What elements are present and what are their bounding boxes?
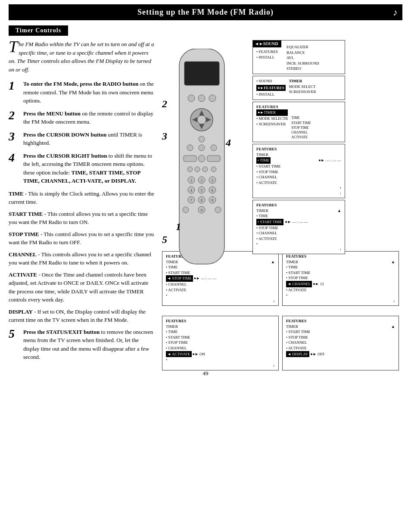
- svg-point-2: [188, 95, 195, 102]
- svg-text:3: 3: [212, 179, 213, 183]
- intro-paragraph: T he FM Radio within the TV can be set t…: [9, 40, 155, 74]
- step-2-number: 2: [9, 109, 21, 121]
- left-column: T he FM Radio within the TV can be set t…: [9, 40, 155, 361]
- def-channel: CHANNEL - This controls allows you to se…: [9, 250, 155, 267]
- svg-point-13: [199, 145, 205, 151]
- svg-point-16: [198, 155, 205, 162]
- step-label-1: 1: [176, 221, 181, 233]
- right-column: 1 2 3 4 5 6 7 8 9 0 2 3 4 1: [162, 40, 402, 361]
- bottom-menu-row-2: FEATURES TIMER • TIME • START TIME • STO…: [162, 316, 399, 370]
- step-4-number: 4: [9, 152, 21, 164]
- step-label-3: 3: [162, 131, 167, 142]
- svg-point-31: [183, 207, 189, 213]
- step-label-5: 5: [162, 234, 167, 246]
- timer-menu-display-box: FEATURES TIMER▲ • START TIME • STOP TIME…: [282, 316, 399, 370]
- svg-point-6: [197, 115, 206, 124]
- svg-text:7: 7: [190, 199, 192, 202]
- svg-point-20: [202, 167, 208, 172]
- page-number: 49: [0, 370, 411, 381]
- step-label-4: 4: [226, 137, 231, 149]
- svg-rect-17: [207, 156, 220, 162]
- svg-point-3: [198, 95, 205, 102]
- step-2-text: Press the MENU button on the remote cont…: [23, 109, 155, 126]
- svg-text:4: 4: [190, 189, 192, 193]
- def-display: DISPLAY - If set to ON, the Display cont…: [9, 308, 155, 324]
- step-1: 1 To enter the FM Mode, press the RADIO …: [9, 80, 155, 105]
- svg-text:5: 5: [201, 189, 202, 193]
- def-activate: ACTIVATE - Once the Time and channel con…: [9, 271, 155, 304]
- music-icon: ♪: [393, 7, 398, 18]
- def-starttime: START TIME - This control allows you to …: [9, 210, 155, 227]
- timer-menu-box-1: FEATURES ●►TIMER • MODE SELECTR • SCREEN…: [252, 102, 345, 143]
- svg-text:0: 0: [201, 208, 202, 212]
- svg-point-18: [187, 167, 193, 172]
- step-3-number: 3: [9, 131, 21, 143]
- step-5-text: Press the STATUS/EXIT button to remove t…: [23, 328, 155, 361]
- intro-text: he FM Radio within the TV can be set to …: [9, 41, 154, 73]
- page-wrapper: Setting up the FM Mode (FM Radio) ♪ Time…: [0, 4, 411, 381]
- svg-text:8: 8: [201, 199, 202, 202]
- sound-menu-box: ◄►SOUND • FEATURES • INSTALL EQUALIZER B…: [252, 40, 345, 74]
- svg-point-33: [215, 207, 221, 213]
- svg-point-4: [209, 95, 216, 102]
- svg-point-11: [199, 136, 205, 142]
- page-title: Setting up the FM Mode (FM Radio): [137, 8, 274, 17]
- timer-menu-channel-box: FEATURES TIMER▲ • TIME • START TIME • ST…: [282, 251, 399, 306]
- def-time: TIME - This is simply the Clock setting.…: [9, 190, 155, 206]
- step-1-number: 1: [9, 80, 21, 92]
- step-3: 3 Press the CURSOR DOWN button until TIM…: [9, 131, 155, 147]
- page-header: Setting up the FM Mode (FM Radio) ♪: [9, 4, 402, 20]
- remote-control-svg: 1 2 3 4 5 6 7 8 9 0: [166, 49, 237, 290]
- section-title: Timer Controls: [9, 25, 68, 36]
- svg-text:6: 6: [212, 189, 213, 193]
- step-4-text: Press the CURSOR RIGHT button to shift t…: [23, 152, 155, 185]
- svg-point-21: [211, 167, 216, 172]
- step-label-2: 2: [162, 98, 167, 110]
- def-stoptime: STOP TIME - This control allows you to s…: [9, 230, 155, 247]
- features-menu-box: • SOUND ●►FEATURES • INSTALL TIMER MODE …: [252, 76, 345, 100]
- step-5-number: 5: [9, 328, 21, 340]
- svg-point-14: [211, 145, 217, 151]
- main-content: T he FM Radio within the TV can be set t…: [0, 40, 411, 361]
- step-2: 2 Press the MENU button on the remote co…: [9, 109, 155, 126]
- timer-menu-starttime-box: FEATURES TIMER▲ • TIME • START TIME ●► —…: [252, 200, 345, 254]
- svg-rect-1: [184, 62, 219, 85]
- svg-text:2: 2: [201, 179, 202, 183]
- timer-menu-time-box: FEATURES TIMER • TIME ●► — : — — • START…: [252, 144, 345, 198]
- drop-cap: T: [9, 40, 18, 53]
- svg-rect-15: [184, 156, 196, 162]
- right-menu-boxes: ◄►SOUND • FEATURES • INSTALL EQUALIZER B…: [252, 40, 345, 254]
- svg-point-12: [187, 145, 193, 151]
- step-4: 4 Press the CURSOR RIGHT button to shift…: [9, 152, 155, 185]
- svg-text:1: 1: [190, 179, 192, 183]
- svg-text:9: 9: [212, 199, 213, 202]
- step-1-text: To enter the FM Mode, press the RADIO bu…: [23, 80, 155, 105]
- step-5: 5 Press the STATUS/EXIT button to remove…: [9, 328, 155, 361]
- svg-point-19: [195, 167, 200, 172]
- timer-menu-activate-box: FEATURES TIMER • TIME • START TIME • STO…: [162, 316, 279, 370]
- step-3-text: Press the CURSOR DOWN button until TIMER…: [23, 131, 155, 147]
